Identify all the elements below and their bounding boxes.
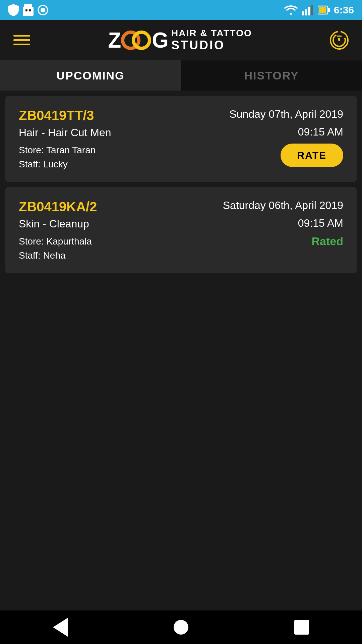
logo-rings [121,29,151,52]
logo-g: G [152,28,168,53]
booking-service-2: Skin - Cleanup [19,218,223,230]
content: ZB0419TT/3 Hair - Hair Cut Men Store: Ta… [0,96,362,273]
booking-card-1: ZB0419TT/3 Hair - Hair Cut Men Store: Ta… [5,96,357,182]
booking-time-1: 09:15 AM [298,126,343,138]
logo-line1: HAIR & TATTOO [171,28,252,39]
svg-rect-7 [302,11,304,15]
back-button[interactable] [53,618,68,637]
svg-text:⚡: ⚡ [320,7,326,13]
booking-service-1: Hair - Hair Cut Men [19,126,229,139]
booking-store-2: Store: Kapurthala [19,236,223,247]
booking-card-2: ZB0419KA/2 Skin - Cleanup Store: Kapurth… [5,187,357,273]
sim-icon [23,4,34,16]
tab-upcoming[interactable]: UPCOMING [0,60,181,91]
svg-point-5 [41,8,45,12]
booking-store-1: Store: Taran Taran [19,145,229,156]
sync-icon [38,5,48,15]
svg-rect-3 [29,9,31,11]
svg-rect-16 [338,34,340,41]
svg-rect-8 [305,9,307,15]
clock: 6:36 [334,4,354,16]
rate-button-1[interactable]: RATE [281,144,343,167]
wifi-icon [284,5,298,15]
svg-rect-9 [308,7,310,15]
booking-date-1: Sunday 07th, April 2019 [229,108,343,120]
signal-icon [302,5,314,15]
booking-right-2: Saturday 06th, April 2019 09:15 AM Rated [223,199,343,248]
booking-staff-2: Staff: Neha [19,250,223,261]
tab-history[interactable]: HISTORY [181,60,362,91]
shield-icon [8,4,19,16]
status-bar: ⚡ 6:36 [0,0,362,20]
logo-line2: STUDIO [171,39,225,52]
logo-studio: HAIR & TATTOO STUDIO [171,28,252,52]
svg-rect-1 [24,4,32,7]
rated-badge: Rated [312,235,343,248]
status-icons-left [8,4,48,16]
back-icon [53,618,68,637]
booking-staff-1: Staff: Lucky [19,159,229,170]
svg-rect-12 [328,8,330,12]
header: Z G HAIR & TATTOO STUDIO [0,20,362,60]
status-icons-right: ⚡ 6:36 [284,4,354,16]
home-button[interactable] [174,620,188,635]
booking-time-2: 09:15 AM [298,217,343,229]
booking-id-2: ZB0419KA/2 [19,199,223,214]
booking-right-1: Sunday 07th, April 2019 09:15 AM RATE [229,108,343,167]
home-icon [174,620,188,635]
recent-icon [294,620,309,635]
battery-icon: ⚡ [318,5,330,15]
svg-point-6 [290,13,292,15]
svg-rect-10 [311,5,313,15]
svg-point-15 [333,34,345,46]
tabs: UPCOMING HISTORY [0,60,362,91]
recent-button[interactable] [294,620,309,635]
booking-left-2: ZB0419KA/2 Skin - Cleanup Store: Kapurth… [19,199,223,261]
svg-rect-2 [25,9,27,11]
menu-button[interactable] [13,35,30,45]
booking-date-2: Saturday 06th, April 2019 [223,199,343,212]
svg-rect-0 [23,7,34,16]
bottom-nav [0,610,362,644]
power-button[interactable] [330,31,349,50]
logo-z: Z [108,28,120,53]
booking-id-1: ZB0419TT/3 [19,108,229,123]
logo: Z G HAIR & TATTOO STUDIO [108,28,252,53]
booking-left-1: ZB0419TT/3 Hair - Hair Cut Men Store: Ta… [19,108,229,170]
